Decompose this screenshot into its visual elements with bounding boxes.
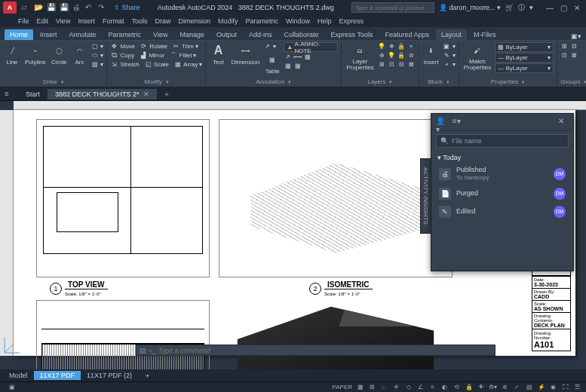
doctab-start[interactable]: Start — [18, 89, 48, 100]
panel-block-label[interactable]: Block — [422, 78, 456, 85]
dimension-button[interactable]: ⟷Dimension — [229, 42, 261, 66]
tab-view[interactable]: View — [148, 29, 173, 40]
array-button[interactable]: Array — [183, 61, 198, 68]
circle-button[interactable]: ◯Circle — [50, 42, 68, 66]
maximize-button[interactable]: ▢ — [557, 2, 569, 13]
move-icon[interactable]: ✥ — [110, 42, 118, 51]
paper-toggle[interactable]: PAPER — [332, 384, 352, 390]
tab-manage[interactable]: Manage — [174, 29, 210, 40]
move-button[interactable]: Move — [120, 43, 135, 50]
autodesk-app-icon[interactable]: 🛒 — [505, 4, 514, 11]
customize-icon[interactable]: ☰ — [573, 383, 581, 391]
ungroup-button[interactable]: ⊡⊠ — [560, 51, 578, 60]
app-menu-button[interactable]: A — [3, 2, 17, 14]
draw-misc3[interactable]: ▨▾ — [91, 60, 103, 69]
panel-layers-label[interactable]: Layers — [345, 78, 415, 85]
layer-row2[interactable]: ⊕💡🔒⊘ — [378, 51, 416, 60]
annomonitor-icon[interactable]: ⊕ — [501, 383, 509, 391]
ortho-icon[interactable]: ∟ — [380, 383, 388, 391]
layer-row1[interactable]: 💡❄🔒▾ — [378, 42, 416, 51]
panel-properties-label[interactable]: Properties — [462, 78, 554, 85]
save-icon[interactable]: 💾 — [47, 3, 56, 12]
minimize-button[interactable]: — — [544, 2, 556, 13]
activity-item-edited[interactable]: ✎ Edited DM — [431, 203, 573, 221]
info-icon[interactable]: ⓘ — [518, 3, 525, 13]
menu-insert[interactable]: Insert — [78, 17, 95, 25]
block-row3[interactable]: ⌖▾ — [443, 60, 456, 69]
tab-mfiles[interactable]: M-Files — [468, 29, 502, 40]
annovis-icon[interactable]: 👁 — [477, 383, 485, 391]
lineweight-combo[interactable]: — ByLayer▾ — [495, 53, 554, 63]
grid-icon[interactable]: ▦ — [356, 383, 364, 391]
menu-parametric[interactable]: Parametric — [246, 17, 279, 25]
viewport-iso[interactable] — [219, 119, 453, 277]
draw-misc1[interactable]: ▢▾ — [91, 42, 103, 51]
snap-icon[interactable]: ⊞ — [368, 383, 376, 391]
help-search-input[interactable] — [351, 2, 434, 13]
mirror-icon[interactable]: ▟ — [139, 51, 147, 60]
activity-close-icon[interactable]: ✕ — [558, 117, 569, 127]
text-button[interactable]: AText — [209, 42, 227, 66]
array-icon[interactable]: ▦ — [173, 60, 182, 69]
activity-user-icon[interactable]: 👤▾ — [436, 117, 446, 127]
tab-parametric[interactable]: Parametric — [103, 29, 147, 40]
model-paper-toggle[interactable]: ▣ — [8, 383, 16, 391]
layer-row3[interactable]: ⊞⊡⊟⊠ — [378, 60, 416, 69]
tab-collaborate[interactable]: Collaborate — [279, 29, 324, 40]
tab-insert[interactable]: Insert — [35, 29, 63, 40]
menu-file[interactable]: File — [18, 17, 29, 25]
panel-annotation-label[interactable]: Annotation — [209, 78, 338, 85]
tab-addins[interactable]: Add-ins — [244, 29, 278, 40]
group-button[interactable]: ⊞⊟ — [560, 42, 578, 51]
menu-draw[interactable]: Draw — [155, 17, 170, 25]
activity-list-icon[interactable]: ≡▾ — [453, 117, 463, 127]
copy-icon[interactable]: ⿻ — [110, 51, 118, 60]
layout-tab-plus[interactable]: ＋ — [138, 370, 157, 381]
layer-properties-button[interactable]: 🗂Layer Properties — [345, 42, 375, 72]
block-row1[interactable]: ▣▾ — [443, 42, 456, 51]
color-combo[interactable]: ▦ ByLayer▾ — [495, 42, 554, 52]
cleanscreen-icon[interactable]: ⛶ — [561, 383, 569, 391]
tab-featured[interactable]: Featured Apps — [379, 29, 434, 40]
menu-express[interactable]: Express — [339, 17, 364, 25]
signin-user[interactable]: 👤 daron_moore... ▾ — [439, 4, 501, 11]
menu-dimension[interactable]: Dimension — [178, 17, 210, 25]
cmd-history-icon[interactable]: ▤ — [140, 347, 146, 354]
layout-tab-2[interactable]: 11X17 PDF (2) — [81, 371, 138, 380]
stretch-icon[interactable]: ⇲ — [110, 60, 118, 69]
tab-express[interactable]: Express Tools — [326, 29, 379, 40]
activity-insights-tab[interactable]: ACTIVITY INSIGHTS — [420, 158, 431, 234]
lineweight-icon[interactable]: ≡ — [428, 383, 437, 391]
activity-item-published[interactable]: 🖨 PublishedTo hardcopy DM — [431, 164, 573, 185]
insert-block-button[interactable]: ⬇Insert — [422, 42, 440, 66]
linetype-combo[interactable]: — ByLayer▾ — [495, 63, 554, 73]
panel-draw-label[interactable]: Draw — [3, 78, 103, 85]
help-icon[interactable]: ▾ — [529, 4, 533, 11]
isolate-icon[interactable]: ◉ — [549, 383, 557, 391]
rotate-icon[interactable]: ⟳ — [140, 42, 148, 51]
close-button[interactable]: ✕ — [571, 2, 583, 13]
undo-icon[interactable]: ↶ — [85, 3, 94, 12]
polyline-button[interactable]: ⌐Polyline — [23, 42, 48, 66]
workspace-icon[interactable]: ⚙▾ — [489, 383, 497, 391]
command-line[interactable]: ▤ ›_ — [136, 345, 495, 356]
stretch-button[interactable]: Stretch — [120, 61, 139, 68]
anno-row3[interactable]: ▦▦ — [284, 62, 338, 70]
doctab-active[interactable]: 3882 DECK THOUGHTS 2*✕ — [48, 89, 157, 100]
layout-tab-1[interactable]: 11X17 PDF — [34, 371, 81, 380]
activity-search[interactable]: 🔍 File name — [436, 134, 569, 148]
menu-help[interactable]: Help — [318, 17, 332, 25]
otrack-icon[interactable]: ∠ — [416, 383, 425, 391]
doctab-close-icon[interactable]: ✕ — [143, 90, 149, 98]
tab-output[interactable]: Output — [211, 29, 242, 40]
match-properties-button[interactable]: 🖌Match Properties — [462, 42, 492, 72]
menu-modify[interactable]: Modify — [218, 17, 238, 25]
menu-edit[interactable]: Edit — [37, 17, 49, 25]
layout-tab-model[interactable]: Model — [3, 371, 34, 380]
table-button[interactable]: ▦Table — [263, 51, 281, 75]
osnap-icon[interactable]: ◇ — [404, 383, 413, 391]
tab-layout[interactable]: Layout — [436, 29, 467, 40]
block-row2[interactable]: ✎▾ — [443, 51, 456, 60]
ribbon-collapse-icon[interactable]: ▣▾ — [571, 32, 581, 40]
draw-misc2[interactable]: ⬭▾ — [91, 51, 103, 60]
